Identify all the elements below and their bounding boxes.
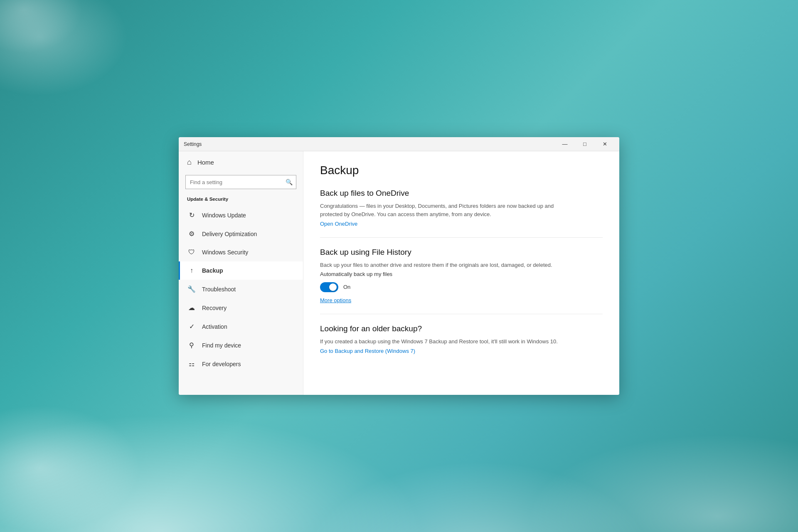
window-body: Home 🔍 Update & Security ↻ Windows Updat… <box>179 151 619 395</box>
settings-window: Settings — □ ✕ Home 🔍 Update & Security <box>179 137 619 395</box>
more-options-link[interactable]: More options <box>320 297 351 303</box>
title-bar: Settings — □ ✕ <box>179 137 619 151</box>
windows-security-label: Windows Security <box>202 249 248 256</box>
window-controls: — □ ✕ <box>555 137 614 151</box>
older-backup-section: Looking for an older backup? If you crea… <box>320 324 603 355</box>
toggle-row: On <box>320 282 603 292</box>
find-my-device-label: Find my device <box>202 342 241 349</box>
main-content: Backup Back up files to OneDrive Congrat… <box>303 151 619 395</box>
sidebar-item-home[interactable]: Home <box>179 151 303 173</box>
divider-1 <box>320 237 603 238</box>
file-history-title: Back up using File History <box>320 248 603 257</box>
maximize-button[interactable]: □ <box>575 137 594 151</box>
sidebar-item-delivery-optimization[interactable]: ⚙ Delivery Optimization <box>179 224 303 243</box>
older-backup-description: If you created a backup using the Window… <box>320 337 569 346</box>
page-title: Backup <box>320 164 603 177</box>
divider-2 <box>320 314 603 314</box>
window-title: Settings <box>184 141 202 147</box>
delivery-optimization-label: Delivery Optimization <box>202 231 257 237</box>
toggle-state-label: On <box>343 284 350 290</box>
recovery-icon: ☁ <box>187 304 196 312</box>
activation-label: Activation <box>202 323 227 330</box>
backup-label: Backup <box>202 267 223 274</box>
close-button[interactable]: ✕ <box>595 137 614 151</box>
older-backup-title: Looking for an older backup? <box>320 324 603 333</box>
open-onedrive-link[interactable]: Open OneDrive <box>320 221 357 227</box>
windows-security-icon: 🛡 <box>187 249 196 256</box>
onedrive-section: Back up files to OneDrive Congratulation… <box>320 189 603 227</box>
recovery-label: Recovery <box>202 305 227 311</box>
search-box: 🔍 <box>185 175 296 189</box>
for-developers-label: For developers <box>202 361 241 367</box>
onedrive-description: Congratulations — files in your Desktop,… <box>320 202 569 218</box>
minimize-button[interactable]: — <box>555 137 574 151</box>
search-input[interactable] <box>186 179 282 185</box>
sidebar-item-windows-update[interactable]: ↻ Windows Update <box>179 206 303 224</box>
toggle-label-text: Automatically back up my files <box>320 271 603 277</box>
go-to-backup-restore-link[interactable]: Go to Backup and Restore (Windows 7) <box>320 348 415 354</box>
file-history-section: Back up using File History Back up your … <box>320 248 603 304</box>
windows-update-icon: ↻ <box>187 211 196 219</box>
search-icon[interactable]: 🔍 <box>282 175 296 189</box>
sidebar-item-for-developers[interactable]: ⚏ For developers <box>179 355 303 373</box>
home-icon <box>187 158 192 167</box>
onedrive-title: Back up files to OneDrive <box>320 189 603 198</box>
troubleshoot-icon: 🔧 <box>187 285 196 293</box>
backup-icon: ↑ <box>187 267 196 274</box>
sidebar-item-troubleshoot[interactable]: 🔧 Troubleshoot <box>179 280 303 298</box>
sidebar-section-title: Update & Security <box>179 195 303 206</box>
sidebar-item-recovery[interactable]: ☁ Recovery <box>179 298 303 317</box>
delivery-optimization-icon: ⚙ <box>187 230 196 238</box>
sidebar-item-backup[interactable]: ↑ Backup <box>179 261 303 280</box>
home-label: Home <box>197 159 214 166</box>
troubleshoot-label: Troubleshoot <box>202 286 236 293</box>
file-history-description: Back up your files to another drive and … <box>320 261 569 269</box>
sidebar-item-find-my-device[interactable]: ⚲ Find my device <box>179 336 303 355</box>
auto-backup-toggle[interactable] <box>320 282 338 292</box>
find-my-device-icon: ⚲ <box>187 341 196 349</box>
sidebar-item-windows-security[interactable]: 🛡 Windows Security <box>179 243 303 261</box>
for-developers-icon: ⚏ <box>187 360 196 368</box>
windows-update-label: Windows Update <box>202 212 246 219</box>
sidebar: Home 🔍 Update & Security ↻ Windows Updat… <box>179 151 303 395</box>
sidebar-item-activation[interactable]: ✓ Activation <box>179 317 303 336</box>
activation-icon: ✓ <box>187 323 196 330</box>
